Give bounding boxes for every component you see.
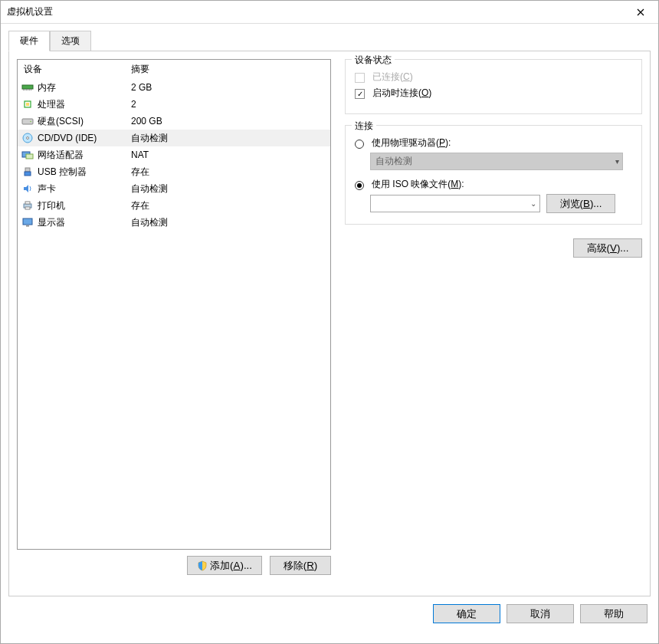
net-icon bbox=[21, 149, 34, 161]
svg-point-12 bbox=[27, 137, 29, 140]
printer-icon bbox=[21, 199, 34, 212]
device-summary: NAT bbox=[131, 150, 327, 160]
device-summary: 自动检测 bbox=[131, 216, 327, 229]
device-summary: 自动检测 bbox=[131, 182, 327, 196]
device-list[interactable]: 设备 摘要 内存2 GB处理器2硬盘(SCSI)200 GBCD/DVD (ID… bbox=[17, 59, 331, 550]
physical-drive-value: 自动检测 bbox=[375, 155, 412, 168]
svg-rect-1 bbox=[23, 89, 24, 90]
device-name: 处理器 bbox=[38, 98, 131, 111]
device-row-cd[interactable]: CD/DVD (IDE)自动检测 bbox=[18, 130, 330, 146]
chevron-down-icon: ▾ bbox=[615, 157, 619, 166]
device-name: USB 控制器 bbox=[38, 166, 131, 179]
device-summary: 2 bbox=[131, 99, 327, 110]
titlebar: 虚拟机设置 bbox=[1, 1, 658, 24]
connected-checkbox bbox=[355, 73, 365, 83]
memory-icon bbox=[21, 81, 34, 94]
svg-point-10 bbox=[30, 121, 31, 123]
svg-rect-6 bbox=[31, 89, 31, 90]
device-row-display[interactable]: 显示器自动检测 bbox=[18, 214, 330, 231]
svg-rect-5 bbox=[29, 89, 30, 90]
connected-label: 已连接(C) bbox=[372, 71, 413, 84]
content: 设备 摘要 内存2 GB处理器2硬盘(SCSI)200 GBCD/DVD (ID… bbox=[8, 51, 651, 596]
connect-at-power-checkbox[interactable]: ✓ bbox=[355, 89, 365, 99]
device-summary: 自动检测 bbox=[131, 132, 327, 145]
device-name: 网络适配器 bbox=[38, 149, 131, 162]
help-button[interactable]: 帮助 bbox=[580, 604, 648, 623]
svg-rect-4 bbox=[28, 89, 28, 90]
disk-icon bbox=[21, 115, 34, 127]
cancel-button[interactable]: 取消 bbox=[507, 604, 574, 623]
add-button[interactable]: 添加(A)... bbox=[187, 556, 262, 575]
device-status-group: 设备状态 已连接(C) ✓ 启动时连接(O) bbox=[345, 59, 642, 114]
tab-options[interactable]: 选项 bbox=[50, 31, 91, 51]
use-iso-label: 使用 ISO 映像文件(M): bbox=[372, 178, 464, 191]
device-summary: 存在 bbox=[131, 199, 327, 212]
svg-rect-14 bbox=[26, 154, 33, 159]
svg-rect-3 bbox=[26, 89, 27, 90]
connection-group: 连接 使用物理驱动器(P): 自动检测 ▾ 使用 ISO 映 bbox=[345, 125, 642, 225]
advanced-button[interactable]: 高级(V)... bbox=[573, 238, 642, 258]
device-name: CD/DVD (IDE) bbox=[38, 133, 131, 143]
shield-icon bbox=[197, 560, 208, 571]
browse-button[interactable]: 浏览(B)... bbox=[546, 194, 615, 213]
svg-rect-21 bbox=[26, 225, 29, 227]
device-name: 显示器 bbox=[38, 216, 131, 229]
display-icon bbox=[21, 216, 34, 228]
usb-icon bbox=[21, 166, 34, 178]
header-summary: 摘要 bbox=[131, 63, 324, 76]
close-button[interactable] bbox=[623, 1, 658, 24]
device-row-disk[interactable]: 硬盘(SCSI)200 GB bbox=[18, 113, 330, 130]
svg-rect-19 bbox=[25, 207, 30, 209]
device-name: 硬盘(SCSI) bbox=[38, 115, 131, 128]
device-list-header: 设备 摘要 bbox=[18, 60, 330, 79]
connection-title: 连接 bbox=[352, 120, 376, 133]
close-icon bbox=[637, 8, 644, 16]
use-iso-radio[interactable] bbox=[355, 181, 364, 190]
tab-hardware[interactable]: 硬件 bbox=[8, 31, 50, 51]
svg-rect-8 bbox=[26, 103, 29, 106]
svg-rect-20 bbox=[23, 219, 32, 225]
header-device: 设备 bbox=[24, 63, 131, 76]
remove-button[interactable]: 移除(R) bbox=[270, 556, 331, 575]
svg-rect-0 bbox=[22, 85, 33, 89]
use-physical-label: 使用物理驱动器(P): bbox=[372, 136, 451, 150]
device-row-memory[interactable]: 内存2 GB bbox=[18, 79, 330, 96]
ok-button[interactable]: 确定 bbox=[433, 604, 500, 623]
device-row-cpu[interactable]: 处理器2 bbox=[18, 96, 330, 113]
svg-rect-9 bbox=[22, 119, 33, 124]
svg-rect-2 bbox=[25, 89, 25, 90]
sound-icon bbox=[21, 182, 34, 195]
cpu-icon bbox=[21, 98, 34, 110]
cd-icon bbox=[21, 132, 34, 144]
device-summary: 200 GB bbox=[131, 116, 327, 127]
device-summary: 存在 bbox=[131, 166, 327, 179]
svg-rect-18 bbox=[25, 202, 30, 204]
device-name: 打印机 bbox=[38, 199, 131, 212]
device-row-sound[interactable]: 声卡自动检测 bbox=[18, 180, 330, 197]
svg-rect-15 bbox=[25, 168, 30, 172]
iso-path-combo[interactable]: ⌄ bbox=[370, 195, 540, 212]
device-row-usb[interactable]: USB 控制器存在 bbox=[18, 163, 330, 180]
svg-rect-16 bbox=[25, 172, 31, 176]
tab-bar: 硬件 选项 bbox=[8, 30, 651, 51]
device-summary: 2 GB bbox=[131, 82, 327, 93]
physical-drive-combo: 自动检测 ▾ bbox=[370, 153, 623, 170]
device-name: 内存 bbox=[38, 81, 131, 94]
connect-at-power-label: 启动时连接(O) bbox=[372, 87, 431, 100]
device-row-printer[interactable]: 打印机存在 bbox=[18, 197, 330, 214]
use-physical-radio[interactable] bbox=[355, 140, 364, 149]
device-status-title: 设备状态 bbox=[352, 54, 395, 67]
dialog-footer: 确定 取消 帮助 bbox=[1, 596, 658, 623]
device-name: 声卡 bbox=[38, 182, 131, 196]
device-row-net[interactable]: 网络适配器NAT bbox=[18, 146, 330, 163]
chevron-down-icon: ⌄ bbox=[530, 199, 536, 208]
window-title: 虚拟机设置 bbox=[7, 5, 53, 18]
